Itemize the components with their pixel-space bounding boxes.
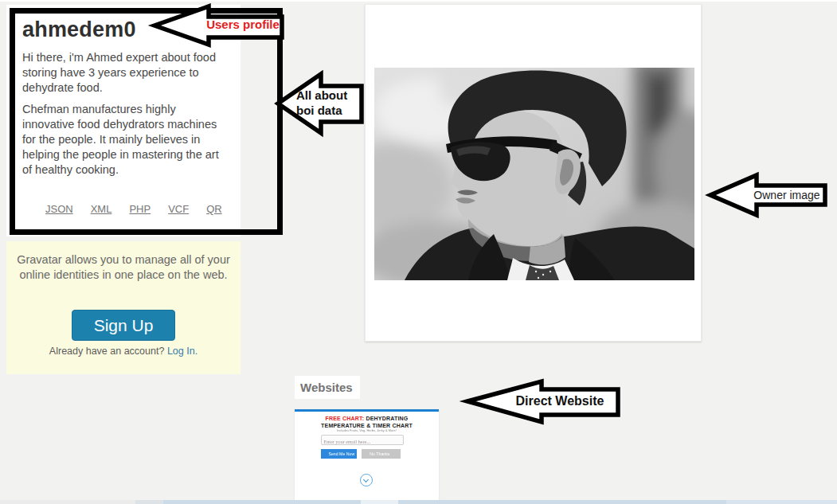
owner-photo-card: [365, 4, 702, 342]
users-profile-arrow-annotation: Users profile: [151, 3, 285, 48]
bottom-strip-segment: [398, 500, 726, 504]
login-prompt: Already have an account?: [49, 346, 167, 357]
login-row: Already have an account? Log In.: [6, 346, 241, 357]
all-about-line1: All about: [296, 88, 347, 103]
bottom-strip-segment: [361, 500, 398, 504]
owner-photo: [374, 68, 694, 280]
thumbnail-email-placeholder: Enter your email here...: [322, 438, 370, 444]
sign-up-button[interactable]: Sign Up: [72, 310, 175, 341]
all-about-arrow-label: All about boi data: [296, 88, 347, 118]
bottom-strip-segment: [135, 500, 163, 504]
gravatar-description: Gravatar allows you to manage all of you…: [15, 252, 232, 283]
thumbnail-title-highlight: FREE CHART:: [325, 416, 364, 421]
thumbnail-subtext: Includes Fruits, Veg, Herbs, Jerky & Mor…: [330, 428, 403, 432]
bottom-strip-segment: [163, 500, 361, 504]
owner-image-arrow-label: Owner image: [749, 189, 825, 201]
direct-website-arrow-annotation: Direct Website: [464, 379, 621, 424]
owner-portrait-illustration: [374, 68, 694, 280]
top-hairline: [0, 0, 837, 2]
thumbnail-title: FREE CHART: DEHYDRATING TEMPERATURE & TI…: [303, 415, 431, 429]
chevron-down-circle-icon: [360, 474, 373, 486]
all-about-bio-arrow-annotation: All about boi data: [275, 70, 365, 137]
thumbnail-no-thanks-label: No Thanks: [370, 451, 392, 457]
all-about-line2: boi data: [296, 103, 347, 118]
log-in-link[interactable]: Log In.: [167, 346, 198, 357]
thumbnail-email-input: Enter your email here...: [321, 435, 404, 445]
website-thumbnail[interactable]: FREE CHART: DEHYDRATING TEMPERATURE & TI…: [295, 409, 439, 500]
thumbnail-send-label: Send Me Now: [328, 451, 349, 457]
thumbnail-no-thanks-button: No Thanks: [362, 449, 401, 459]
direct-website-arrow-label: Direct Website: [503, 394, 617, 408]
bottom-strip-segment: [726, 500, 837, 504]
users-profile-arrow-label: Users profile: [204, 18, 282, 31]
gravatar-signup-box: Gravatar allows you to manage all of you…: [6, 241, 241, 374]
owner-image-arrow-annotation: Owner image: [707, 172, 828, 218]
websites-section: Websites: [295, 376, 360, 399]
thumbnail-send-button: Send Me Now: [321, 449, 357, 459]
bottom-strip-segment: [0, 500, 135, 504]
bottom-edge-strip: [0, 500, 837, 504]
websites-heading: Websites: [295, 376, 360, 399]
gravatar-profile-page: ahmedem0 Hi there, i'm Ahmed expert abou…: [0, 0, 837, 504]
